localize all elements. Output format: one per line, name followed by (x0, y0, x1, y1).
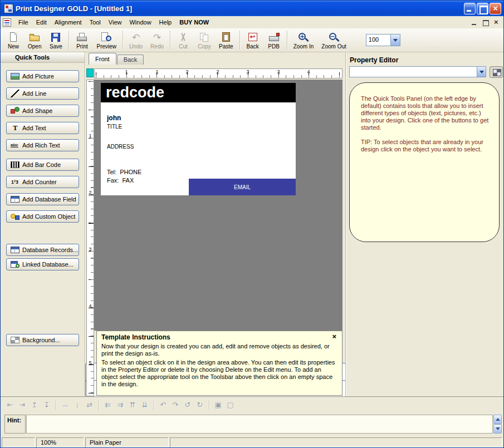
floppy-disk-icon (49, 32, 62, 43)
rotate-left-icon[interactable]: ↶ (157, 400, 169, 411)
center-vertical-icon[interactable]: ↕ (71, 400, 84, 411)
maximize-button[interactable] (477, 3, 488, 14)
undo-arrow-icon (129, 32, 143, 43)
design-canvas[interactable]: redcode john TITLE ADDRESS Tel: PHONE Fa… (94, 80, 342, 331)
cut-button[interactable]: Cut (173, 29, 194, 51)
counter-icon (11, 178, 19, 186)
menu-item-alignment[interactable]: Alignment (51, 17, 86, 27)
align-bottom-icon[interactable]: ↧ (41, 400, 53, 411)
redo-arrow-icon (150, 32, 164, 43)
template-instructions-panel: Template Instructions × Now that your de… (96, 331, 342, 396)
preview-magnifier-icon (100, 32, 113, 43)
new-button[interactable]: New (3, 29, 24, 51)
tip-para1: The Quick Tools Panel (on the left edge … (361, 95, 489, 131)
chevron-down-icon[interactable] (390, 35, 400, 46)
tip-para2: TIP: To select objects that are already … (361, 139, 489, 153)
add-shape-button[interactable]: Add Shape (6, 105, 79, 117)
menu-item-edit[interactable]: Edit (32, 17, 51, 27)
mdi-close-icon[interactable] (492, 18, 501, 27)
close-button[interactable]: × (490, 3, 501, 14)
align-left-icon[interactable]: ⇤ (4, 400, 16, 411)
ungroup-icon[interactable]: ▢ (224, 400, 237, 411)
card-name-text[interactable]: john (107, 114, 121, 122)
linked-database-button[interactable]: Linked Database... (6, 258, 79, 270)
card-fax-text[interactable]: Fax: FAX (107, 177, 134, 184)
print-button[interactable]: Print (71, 29, 92, 51)
properties-grid-icon[interactable] (490, 66, 503, 78)
swap-icon[interactable]: ⇄ (84, 400, 96, 411)
menu-item-window[interactable]: Window (125, 17, 155, 27)
add-picture-button[interactable]: Add Picture (6, 70, 79, 82)
add-database-field-button[interactable]: Add Database Field (6, 193, 79, 205)
distribute-up-icon[interactable]: ⇈ (126, 400, 139, 411)
flip-vertical-icon[interactable]: ↻ (194, 400, 206, 411)
menu-item-tool[interactable]: Tool (86, 17, 105, 27)
hint-area (26, 415, 493, 434)
line-icon (11, 90, 19, 97)
menu-item-view[interactable]: View (105, 17, 126, 27)
mdi-minimize-icon[interactable] (469, 18, 479, 27)
open-folder-icon (28, 32, 41, 43)
distribute-left-icon[interactable]: ⇇ (102, 400, 114, 411)
toolbar-separator (209, 400, 209, 410)
card-logo-text[interactable]: redcode (101, 83, 296, 102)
add-bar-code-button[interactable]: Add Bar Code (6, 159, 79, 171)
card-title-text[interactable]: TITLE (107, 124, 122, 130)
center-horizontal-icon[interactable]: ↔ (59, 400, 71, 411)
align-right-icon[interactable]: ⇥ (16, 400, 28, 411)
hint-scrollbar[interactable] (493, 415, 502, 434)
close-icon[interactable]: × (331, 333, 337, 340)
copy-button[interactable]: Copy (194, 29, 215, 51)
group-icon[interactable]: ▣ (212, 400, 224, 411)
database-records-icon (11, 246, 19, 254)
back-button[interactable]: Back (242, 29, 263, 51)
save-button[interactable]: Save (45, 29, 66, 51)
align-top-icon[interactable]: ↥ (28, 400, 41, 411)
card-email-bar[interactable]: EMAIL (189, 179, 296, 195)
vertical-ruler: 1 2 3 4 5 (86, 80, 94, 396)
paste-button[interactable]: Paste (215, 29, 237, 51)
property-selector-combobox[interactable] (349, 66, 486, 77)
card-address-text[interactable]: ADDRESS (107, 144, 134, 150)
copy-pages-icon (198, 32, 211, 43)
pdb-button[interactable]: PDB (263, 29, 285, 51)
zoom-level-combobox[interactable]: 100 (366, 34, 400, 46)
zoom-out-button[interactable]: Zoom Out (317, 29, 350, 51)
chevron-down-icon[interactable] (477, 67, 486, 77)
database-records-button[interactable]: Database Records... (6, 244, 79, 256)
redo-button[interactable]: Redo (146, 29, 168, 51)
preview-button[interactable]: Preview (92, 29, 120, 51)
toolbar-separator (99, 400, 99, 410)
tab-front[interactable]: Front (89, 53, 116, 65)
scroll-up-icon[interactable] (493, 415, 502, 424)
template-instructions-para1: Now that your design is created you can … (101, 343, 337, 357)
distribute-right-icon[interactable]: ⇉ (114, 400, 126, 411)
mdi-restore-icon[interactable] (481, 18, 490, 27)
clipboard-icon (219, 32, 233, 43)
rotate-right-icon[interactable]: ↷ (169, 400, 182, 411)
minimize-button[interactable] (464, 3, 476, 14)
add-line-button[interactable]: Add Line (6, 87, 79, 100)
add-rich-text-button[interactable]: Add Rich Text (6, 139, 79, 151)
menu-item-buy-now[interactable]: BUY NOW (175, 17, 213, 27)
hint-label: Hint: (4, 415, 26, 434)
add-text-button[interactable]: Add Text (6, 122, 79, 134)
status-empty-cell (2, 437, 35, 447)
add-counter-button[interactable]: Add Counter (6, 176, 79, 188)
document-icon[interactable] (3, 18, 11, 27)
rich-text-icon (11, 141, 19, 149)
add-custom-object-button[interactable]: Add Custom Object (6, 210, 79, 223)
scroll-down-icon[interactable] (493, 424, 502, 434)
menu-item-file[interactable]: File (14, 17, 32, 27)
business-card[interactable]: redcode john TITLE ADDRESS Tel: PHONE Fa… (101, 83, 296, 195)
open-button[interactable]: Open (24, 29, 45, 51)
card-tel-text[interactable]: Tel: PHONE (107, 169, 141, 175)
ruler-origin (86, 68, 94, 77)
menu-item-help[interactable]: Help (155, 17, 176, 27)
zoom-in-button[interactable]: Zoom In (290, 29, 318, 51)
tab-back[interactable]: Back (117, 55, 144, 65)
undo-button[interactable]: Undo (125, 29, 146, 51)
distribute-down-icon[interactable]: ⇊ (139, 400, 151, 411)
background-button[interactable]: Background... (6, 334, 79, 346)
flip-horizontal-icon[interactable]: ↺ (182, 400, 194, 411)
